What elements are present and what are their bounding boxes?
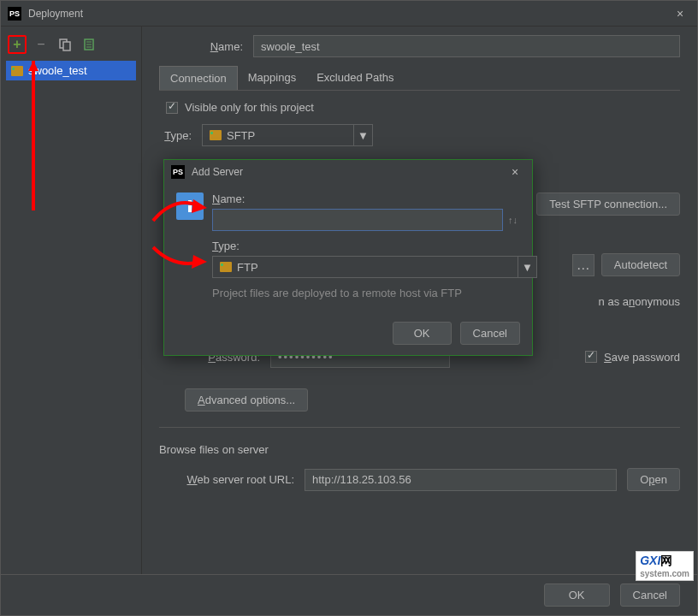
autodetect-button[interactable]: Autodetect — [601, 253, 680, 276]
remove-server-button[interactable]: − — [32, 35, 50, 54]
type-select[interactable]: SFTP ▼ — [202, 124, 373, 146]
browse-button[interactable]: … — [572, 254, 594, 276]
sort-icon[interactable]: ↑↓ — [508, 215, 518, 225]
minus-icon: − — [37, 37, 44, 52]
modal-titlebar: PS Add Server × — [164, 160, 532, 184]
sidebar-item-server[interactable]: swoole_test — [6, 61, 136, 80]
sidebar-toolbar: + − — [6, 32, 136, 61]
web-root-input[interactable] — [305, 469, 617, 491]
dialog-footer: OK Cancel — [1, 574, 697, 615]
modal-type-value: FTP — [237, 261, 258, 274]
deployment-window: PS Deployment × + − swoole_test Nam — [0, 0, 698, 616]
browse-section-label: Browse files on server — [159, 443, 680, 456]
name-input[interactable] — [253, 35, 680, 57]
modal-footer: OK Cancel — [164, 311, 532, 355]
anonymous-label: n as anonymous — [599, 295, 680, 308]
app-logo-icon: PS — [8, 7, 21, 21]
modal-close-icon[interactable]: × — [505, 165, 525, 179]
advanced-options-button[interactable]: Advanced options... — [185, 388, 308, 412]
server-icon — [11, 66, 23, 76]
svg-rect-6 — [188, 200, 192, 204]
open-button[interactable]: Open — [627, 468, 680, 491]
copy-icon — [58, 38, 72, 51]
watermark: GXI网 system.com — [636, 551, 694, 581]
tab-excluded-paths[interactable]: Excluded Paths — [306, 66, 404, 90]
server-icon — [220, 262, 232, 272]
svg-rect-1 — [63, 42, 70, 50]
app-logo-icon: PS — [171, 165, 185, 179]
close-icon[interactable]: × — [670, 7, 690, 21]
name-row: Name: — [159, 35, 680, 57]
save-password-checkbox[interactable] — [585, 351, 597, 363]
copy-server-button[interactable] — [56, 35, 74, 54]
web-root-row: Web server root URL: Open — [159, 468, 680, 491]
plus-icon: + — [13, 37, 21, 52]
modal-body: Name: ↑↓ Type: FTP ▼ Project files are d… — [164, 184, 532, 311]
modal-type-label: Type: — [212, 240, 537, 252]
sidebar: + − swoole_test — [1, 27, 142, 574]
modal-title: Add Server — [192, 166, 505, 178]
name-label: Name: — [159, 40, 253, 53]
add-server-dialog: PS Add Server × Name: ↑↓ Type: FTP ▼ — [163, 159, 533, 356]
add-server-button[interactable]: + — [8, 35, 27, 54]
chevron-down-icon: ▼ — [353, 125, 372, 145]
modal-hint: Project files are deployed to a remote h… — [212, 287, 537, 299]
chevron-down-icon: ▼ — [518, 257, 536, 277]
tabs: Connection Mappings Excluded Paths — [159, 66, 680, 91]
watermark-main: GXI — [640, 554, 660, 567]
tab-connection[interactable]: Connection — [159, 66, 238, 90]
ok-button[interactable]: OK — [544, 583, 610, 607]
web-root-label: Web server root URL: — [159, 473, 305, 486]
modal-cancel-button[interactable]: Cancel — [460, 322, 520, 345]
cancel-button[interactable]: Cancel — [620, 583, 680, 607]
visible-project-row: Visible only for this project — [166, 101, 680, 114]
server-icon — [210, 130, 222, 140]
svg-rect-7 — [188, 205, 192, 212]
server-item-label: swoole_test — [28, 64, 87, 77]
window-title: Deployment — [28, 8, 670, 20]
titlebar: PS Deployment × — [1, 1, 697, 27]
divider — [159, 427, 680, 428]
edit-server-button[interactable] — [80, 35, 98, 54]
type-label: Type: — [159, 129, 202, 142]
save-password-label: Save password — [604, 351, 680, 364]
type-row: Type: SFTP ▼ — [159, 124, 680, 146]
modal-type-select[interactable]: FTP ▼ — [212, 256, 537, 278]
page-icon — [82, 38, 96, 51]
visible-project-checkbox[interactable] — [166, 102, 178, 114]
type-value: SFTP — [227, 129, 255, 142]
modal-name-label: Name: — [212, 192, 537, 205]
modal-ok-button[interactable]: OK — [393, 322, 452, 345]
info-icon — [176, 192, 204, 220]
modal-form: Name: ↑↓ Type: FTP ▼ Project files are d… — [212, 192, 537, 299]
modal-name-input[interactable] — [212, 209, 503, 231]
tab-mappings[interactable]: Mappings — [238, 66, 306, 90]
watermark-sub: system.com — [640, 569, 689, 578]
visible-project-label: Visible only for this project — [185, 101, 314, 114]
test-connection-button[interactable]: Test SFTP connection... — [536, 192, 680, 216]
